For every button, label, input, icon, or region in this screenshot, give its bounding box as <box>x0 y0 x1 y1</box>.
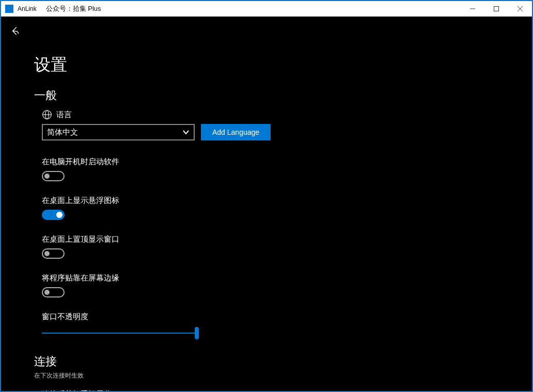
snap-to-edge-label: 将程序贴靠在屏幕边缘 <box>42 273 532 283</box>
slider-thumb[interactable] <box>195 327 199 339</box>
globe-icon <box>42 109 52 120</box>
turn-off-phone-screen-label: 连接后关闭手机屏幕 <box>42 389 532 391</box>
section-connection-title: 连接 <box>34 354 532 369</box>
language-label: 语言 <box>56 110 72 120</box>
maximize-button[interactable] <box>484 1 508 17</box>
setting-opacity: 窗口不透明度 <box>42 312 532 339</box>
language-label-row: 语言 <box>42 109 532 120</box>
app-icon <box>5 5 13 13</box>
app-name: AnLink <box>18 5 37 12</box>
opacity-slider[interactable] <box>42 327 197 339</box>
connection-group: 连接后关闭手机屏幕 <box>34 389 532 391</box>
language-select[interactable]: 简体中文 <box>42 124 195 140</box>
show-float-icon-toggle[interactable] <box>42 210 65 220</box>
titlebar-subtitle: 公众号：拾集 Plus <box>46 4 101 13</box>
svg-rect-1 <box>494 7 499 11</box>
content-area: 设置 一般 语言 简体中文 Add Language <box>1 17 532 391</box>
page-title: 设置 <box>34 54 532 76</box>
chevron-down-icon <box>182 129 190 136</box>
setting-snap-to-edge: 将程序贴靠在屏幕边缘 <box>42 273 532 297</box>
section-connection-subtitle: 在下次连接时生效 <box>34 371 532 380</box>
add-language-button[interactable]: Add Language <box>201 124 271 140</box>
always-on-top-label: 在桌面上置顶显示窗口 <box>42 234 532 244</box>
app-window: AnLink 公众号：拾集 Plus 设置 一般 <box>1 1 532 391</box>
start-on-boot-toggle[interactable] <box>42 171 65 181</box>
setting-start-on-boot: 在电脑开机时启动软件 <box>42 157 532 181</box>
snap-to-edge-toggle[interactable] <box>42 287 65 297</box>
start-on-boot-label: 在电脑开机时启动软件 <box>42 157 532 167</box>
opacity-label: 窗口不透明度 <box>42 312 532 322</box>
language-select-row: 简体中文 Add Language <box>42 124 532 140</box>
always-on-top-toggle[interactable] <box>42 248 65 259</box>
slider-track <box>42 333 197 334</box>
window-controls <box>461 1 532 17</box>
setting-turn-off-phone-screen: 连接后关闭手机屏幕 <box>42 389 532 391</box>
titlebar: AnLink 公众号：拾集 Plus <box>1 1 532 17</box>
section-general-title: 一般 <box>34 88 532 103</box>
language-select-value: 简体中文 <box>47 128 78 137</box>
general-group: 语言 简体中文 Add Language 在电脑开机时启动软件 <box>34 109 532 339</box>
back-button[interactable] <box>7 23 24 39</box>
minimize-button[interactable] <box>461 1 484 17</box>
setting-show-float-icon: 在桌面上显示悬浮图标 <box>42 196 532 220</box>
setting-always-on-top: 在桌面上置顶显示窗口 <box>42 234 532 259</box>
settings-panel: 设置 一般 语言 简体中文 Add Language <box>1 17 532 391</box>
show-float-icon-label: 在桌面上显示悬浮图标 <box>42 196 532 206</box>
close-button[interactable] <box>508 1 532 17</box>
